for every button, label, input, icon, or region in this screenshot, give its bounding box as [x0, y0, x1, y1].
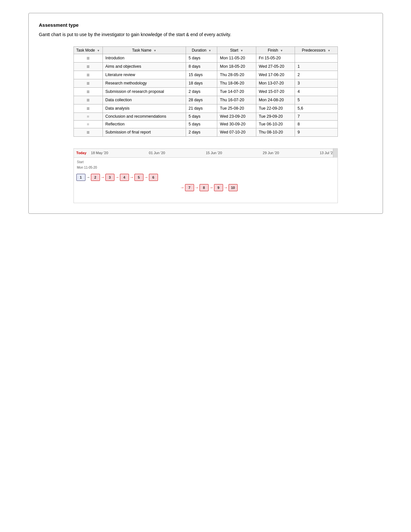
- arrow-3-4: →: [115, 175, 119, 180]
- cell-duration: 5 days: [186, 120, 217, 128]
- table-row: Reflecrtion5 daysWed 30-09-20Tue 06-10-2…: [73, 120, 338, 128]
- gantt-start-label: Start: [77, 160, 335, 164]
- task-mode-cell: [73, 113, 103, 120]
- task-mode-icon: [85, 130, 91, 134]
- arrow-4-5: →: [130, 175, 134, 180]
- cell-name: Reflecrtion: [103, 120, 186, 128]
- gantt-bar-10: 10: [229, 184, 238, 191]
- task-mode-cell: [73, 104, 103, 113]
- task-mode-icon: [85, 72, 91, 77]
- main-content-box: Assessment type Gantt chart is put to us…: [28, 13, 383, 214]
- task-mode-cell: [73, 128, 103, 136]
- gantt-bar-8: 8: [200, 184, 209, 191]
- arrow-9-10: →: [224, 185, 228, 190]
- table-row: Aims and objectives8 daysMon 18-05-20Wed…: [73, 62, 338, 71]
- cell-predecessors: 7: [295, 113, 338, 120]
- task-mode-cell: [73, 87, 103, 96]
- table-row: Research methodology18 daysThu 18-06-20M…: [73, 79, 338, 87]
- section-title: Assessment type: [39, 22, 372, 28]
- cell-duration: 2 days: [186, 87, 217, 96]
- task-mode-icon: [85, 89, 91, 94]
- gantt-body: Start Mon 11-05-20 1 → 2 → 3 → 4 → 5 → 6…: [74, 158, 338, 203]
- cell-predecessors: 4: [295, 87, 338, 96]
- sort-arrow-duration[interactable]: ▼: [209, 49, 211, 52]
- cell-name: Submission of final report: [103, 128, 186, 136]
- cell-start: Tue 14-07-20: [217, 87, 256, 96]
- cell-duration: 18 days: [186, 79, 217, 87]
- gantt-bar-2: 2: [91, 174, 100, 181]
- col-header-predecessors: Predecessors ▼: [295, 46, 338, 54]
- sort-arrow-task-mode[interactable]: ▼: [97, 49, 100, 52]
- cell-finish: Tue 06-10-20: [256, 120, 295, 128]
- task-mode-icon: [85, 81, 91, 85]
- cell-start: Wed 23-09-20: [217, 113, 256, 120]
- cell-duration: 2 days: [186, 128, 217, 136]
- gantt-bar-9: 9: [214, 184, 223, 191]
- cell-name: Aims and objectives: [103, 62, 186, 71]
- cell-finish: Wed 15-07-20: [256, 87, 295, 96]
- gantt-table: Task Mode ▼ Task Name ▼ Duration ▼ Start…: [73, 46, 338, 137]
- cell-start: Thu 28-05-20: [217, 71, 256, 79]
- col-header-start: Start ▼: [217, 46, 256, 54]
- gantt-bar-4: 4: [120, 174, 129, 181]
- arrow-1-2: →: [86, 175, 90, 180]
- sort-arrow-finish[interactable]: ▼: [280, 49, 283, 52]
- gantt-start-date: Mon 11-05-20: [77, 166, 335, 169]
- cell-name: Introdution: [103, 54, 186, 62]
- cell-finish: Wed 17-06-20: [256, 71, 295, 79]
- table-row: Conclusion and recommendations5 daysWed …: [73, 113, 338, 120]
- cell-name: Conclusion and recommendations: [103, 113, 186, 120]
- cell-predecessors: 5,6: [295, 104, 338, 113]
- sort-arrow-task-name[interactable]: ▼: [153, 49, 156, 52]
- cell-duration: 8 days: [186, 62, 217, 71]
- cell-start: Thu 16-07-20: [217, 96, 256, 104]
- gantt-header-dates: 18 May '2001 Jun '2015 Jun '2029 Jun '20…: [88, 151, 337, 155]
- task-mode-icon: [85, 97, 91, 102]
- cell-start: Mon 11-05-20: [217, 54, 256, 62]
- col-header-task-name: Task Name ▼: [103, 46, 186, 54]
- cell-predecessors: 8: [295, 120, 338, 128]
- cell-name: Data analysis: [103, 104, 186, 113]
- cell-name: Research methodology: [103, 79, 186, 87]
- arrow-8-9: →: [209, 185, 213, 190]
- cell-finish: Thu 08-10-20: [256, 128, 295, 136]
- cell-predecessors: 5: [295, 96, 338, 104]
- arrow-7-8: →: [195, 185, 199, 190]
- task-mode-icon: [85, 114, 91, 119]
- gantt-table-wrapper: Task Mode ▼ Task Name ▼ Duration ▼ Start…: [73, 46, 338, 137]
- task-mode-icon: [85, 122, 91, 126]
- cell-finish: Tue 22-09-20: [256, 104, 295, 113]
- table-row: Introdution5 daysMon 11-05-20Fri 15-05-2…: [73, 54, 338, 62]
- cell-start: Mon 18-05-20: [217, 62, 256, 71]
- gantt-date-label: 18 May '20: [91, 151, 108, 155]
- arrow-5-6: →: [144, 175, 148, 180]
- col-header-duration: Duration ▼: [186, 46, 217, 54]
- sort-arrow-start[interactable]: ▼: [240, 49, 243, 52]
- cell-predecessors: 1: [295, 62, 338, 71]
- cell-duration: 28 days: [186, 96, 217, 104]
- table-row: Literature review15 daysThu 28-05-20Wed …: [73, 71, 338, 79]
- today-label: Today: [76, 151, 87, 155]
- arrow-2-3: →: [101, 175, 105, 180]
- gantt-bar-3: 3: [105, 174, 114, 181]
- task-mode-cell: [73, 96, 103, 104]
- table-row: Data analysis21 daysTue 25-08-20Tue 22-0…: [73, 104, 338, 113]
- gantt-bars-row-1: 1 → 2 → 3 → 4 → 5 → 6: [76, 174, 335, 181]
- task-mode-icon: [85, 106, 91, 110]
- cell-start: Thu 18-06-20: [217, 79, 256, 87]
- sort-arrow-predecessors[interactable]: ▼: [328, 49, 330, 52]
- task-mode-cell: [73, 62, 103, 71]
- task-mode-icon: [85, 64, 91, 68]
- cell-name: Data collection: [103, 96, 186, 104]
- gantt-bar-6: 6: [149, 174, 158, 181]
- gantt-bar-7: 7: [185, 184, 194, 191]
- cell-duration: 15 days: [186, 71, 217, 79]
- cell-duration: 5 days: [186, 54, 217, 62]
- table-row: Data collection28 daysThu 16-07-20Mon 24…: [73, 96, 338, 104]
- gantt-chart-header: Today 18 May '2001 Jun '2015 Jun '2029 J…: [74, 149, 338, 158]
- gantt-scroll-handle[interactable]: [333, 149, 338, 158]
- task-mode-cell: [73, 71, 103, 79]
- task-mode-cell: [73, 79, 103, 87]
- cell-finish: Mon 13-07-20: [256, 79, 295, 87]
- task-mode-cell: [73, 120, 103, 128]
